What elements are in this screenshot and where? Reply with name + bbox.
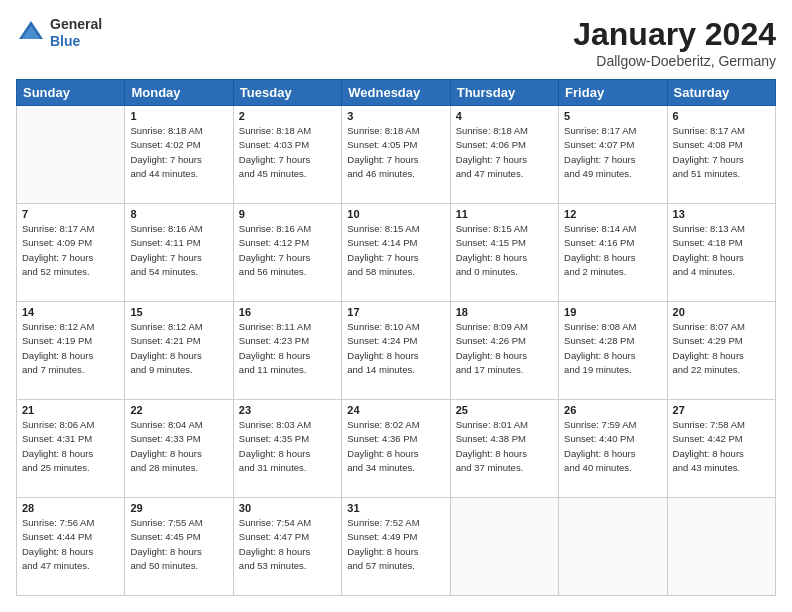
daylight-text: Daylight: 7 hours [22, 251, 119, 265]
daylight-minutes-text: and 37 minutes. [456, 461, 553, 475]
sunset-text: Sunset: 4:26 PM [456, 334, 553, 348]
sunrise-text: Sunrise: 8:12 AM [22, 320, 119, 334]
day-info: Sunrise: 8:09 AMSunset: 4:26 PMDaylight:… [456, 320, 553, 377]
sunrise-text: Sunrise: 8:15 AM [456, 222, 553, 236]
sunset-text: Sunset: 4:14 PM [347, 236, 444, 250]
calendar-table: Sunday Monday Tuesday Wednesday Thursday… [16, 79, 776, 596]
day-info: Sunrise: 8:02 AMSunset: 4:36 PMDaylight:… [347, 418, 444, 475]
table-row: 30Sunrise: 7:54 AMSunset: 4:47 PMDayligh… [233, 498, 341, 596]
sunset-text: Sunset: 4:31 PM [22, 432, 119, 446]
daylight-minutes-text: and 58 minutes. [347, 265, 444, 279]
daylight-minutes-text: and 43 minutes. [673, 461, 770, 475]
table-row [667, 498, 775, 596]
sunset-text: Sunset: 4:33 PM [130, 432, 227, 446]
calendar-row: 14Sunrise: 8:12 AMSunset: 4:19 PMDayligh… [17, 302, 776, 400]
daylight-minutes-text: and 53 minutes. [239, 559, 336, 573]
col-sunday: Sunday [17, 80, 125, 106]
daylight-text: Daylight: 7 hours [673, 153, 770, 167]
sunset-text: Sunset: 4:38 PM [456, 432, 553, 446]
sunset-text: Sunset: 4:35 PM [239, 432, 336, 446]
calendar-row: 28Sunrise: 7:56 AMSunset: 4:44 PMDayligh… [17, 498, 776, 596]
sunrise-text: Sunrise: 8:12 AM [130, 320, 227, 334]
day-info: Sunrise: 8:17 AMSunset: 4:07 PMDaylight:… [564, 124, 661, 181]
title-block: January 2024 Dallgow-Doeberitz, Germany [573, 16, 776, 69]
col-saturday: Saturday [667, 80, 775, 106]
sunset-text: Sunset: 4:21 PM [130, 334, 227, 348]
table-row: 17Sunrise: 8:10 AMSunset: 4:24 PMDayligh… [342, 302, 450, 400]
day-number: 12 [564, 208, 661, 220]
month-title: January 2024 [573, 16, 776, 53]
table-row: 2Sunrise: 8:18 AMSunset: 4:03 PMDaylight… [233, 106, 341, 204]
day-number: 2 [239, 110, 336, 122]
day-number: 31 [347, 502, 444, 514]
sunset-text: Sunset: 4:12 PM [239, 236, 336, 250]
daylight-minutes-text: and 50 minutes. [130, 559, 227, 573]
table-row: 27Sunrise: 7:58 AMSunset: 4:42 PMDayligh… [667, 400, 775, 498]
table-row: 8Sunrise: 8:16 AMSunset: 4:11 PMDaylight… [125, 204, 233, 302]
table-row: 16Sunrise: 8:11 AMSunset: 4:23 PMDayligh… [233, 302, 341, 400]
sunrise-text: Sunrise: 7:54 AM [239, 516, 336, 530]
day-info: Sunrise: 8:15 AMSunset: 4:15 PMDaylight:… [456, 222, 553, 279]
daylight-minutes-text: and 14 minutes. [347, 363, 444, 377]
daylight-minutes-text: and 52 minutes. [22, 265, 119, 279]
logo-general: General [50, 16, 102, 33]
table-row: 9Sunrise: 8:16 AMSunset: 4:12 PMDaylight… [233, 204, 341, 302]
daylight-minutes-text: and 19 minutes. [564, 363, 661, 377]
sunset-text: Sunset: 4:40 PM [564, 432, 661, 446]
table-row: 19Sunrise: 8:08 AMSunset: 4:28 PMDayligh… [559, 302, 667, 400]
sunset-text: Sunset: 4:16 PM [564, 236, 661, 250]
day-number: 19 [564, 306, 661, 318]
day-number: 28 [22, 502, 119, 514]
sunrise-text: Sunrise: 8:10 AM [347, 320, 444, 334]
daylight-text: Daylight: 8 hours [130, 545, 227, 559]
daylight-text: Daylight: 8 hours [456, 447, 553, 461]
day-number: 14 [22, 306, 119, 318]
table-row: 5Sunrise: 8:17 AMSunset: 4:07 PMDaylight… [559, 106, 667, 204]
daylight-minutes-text: and 45 minutes. [239, 167, 336, 181]
sunrise-text: Sunrise: 7:52 AM [347, 516, 444, 530]
day-number: 9 [239, 208, 336, 220]
sunset-text: Sunset: 4:45 PM [130, 530, 227, 544]
day-number: 17 [347, 306, 444, 318]
table-row: 25Sunrise: 8:01 AMSunset: 4:38 PMDayligh… [450, 400, 558, 498]
day-info: Sunrise: 8:01 AMSunset: 4:38 PMDaylight:… [456, 418, 553, 475]
day-info: Sunrise: 8:10 AMSunset: 4:24 PMDaylight:… [347, 320, 444, 377]
table-row: 23Sunrise: 8:03 AMSunset: 4:35 PMDayligh… [233, 400, 341, 498]
daylight-minutes-text: and 51 minutes. [673, 167, 770, 181]
day-number: 3 [347, 110, 444, 122]
logo: General Blue [16, 16, 102, 50]
day-info: Sunrise: 8:18 AMSunset: 4:06 PMDaylight:… [456, 124, 553, 181]
sunrise-text: Sunrise: 8:18 AM [239, 124, 336, 138]
logo-icon [16, 18, 46, 48]
day-number: 16 [239, 306, 336, 318]
table-row: 18Sunrise: 8:09 AMSunset: 4:26 PMDayligh… [450, 302, 558, 400]
day-number: 1 [130, 110, 227, 122]
table-row: 14Sunrise: 8:12 AMSunset: 4:19 PMDayligh… [17, 302, 125, 400]
day-number: 29 [130, 502, 227, 514]
sunrise-text: Sunrise: 7:55 AM [130, 516, 227, 530]
day-number: 18 [456, 306, 553, 318]
day-info: Sunrise: 7:52 AMSunset: 4:49 PMDaylight:… [347, 516, 444, 573]
day-info: Sunrise: 8:06 AMSunset: 4:31 PMDaylight:… [22, 418, 119, 475]
daylight-minutes-text: and 57 minutes. [347, 559, 444, 573]
day-number: 7 [22, 208, 119, 220]
table-row [17, 106, 125, 204]
sunrise-text: Sunrise: 8:04 AM [130, 418, 227, 432]
daylight-text: Daylight: 7 hours [347, 251, 444, 265]
sunrise-text: Sunrise: 7:59 AM [564, 418, 661, 432]
sunset-text: Sunset: 4:08 PM [673, 138, 770, 152]
daylight-text: Daylight: 8 hours [239, 447, 336, 461]
table-row: 12Sunrise: 8:14 AMSunset: 4:16 PMDayligh… [559, 204, 667, 302]
logo-text: General Blue [50, 16, 102, 50]
sunrise-text: Sunrise: 8:07 AM [673, 320, 770, 334]
day-info: Sunrise: 7:54 AMSunset: 4:47 PMDaylight:… [239, 516, 336, 573]
col-friday: Friday [559, 80, 667, 106]
location: Dallgow-Doeberitz, Germany [573, 53, 776, 69]
sunrise-text: Sunrise: 8:16 AM [130, 222, 227, 236]
sunset-text: Sunset: 4:05 PM [347, 138, 444, 152]
sunrise-text: Sunrise: 8:17 AM [564, 124, 661, 138]
daylight-text: Daylight: 8 hours [673, 349, 770, 363]
daylight-text: Daylight: 7 hours [239, 251, 336, 265]
sunset-text: Sunset: 4:15 PM [456, 236, 553, 250]
day-number: 24 [347, 404, 444, 416]
